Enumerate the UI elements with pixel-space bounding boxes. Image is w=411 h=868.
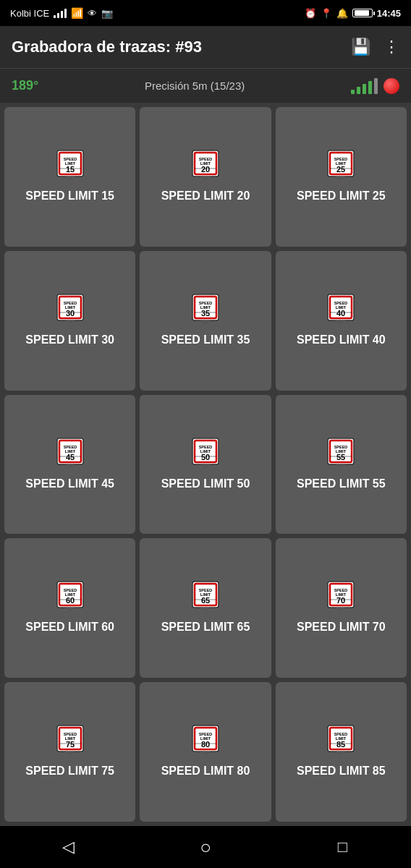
svg-text:40: 40 [336, 309, 345, 318]
precision-value: Precisión 5m (15/23) [145, 80, 245, 92]
speed-card-label-45: SPEED LIMIT 45 [25, 477, 114, 492]
svg-marker-76 [200, 608, 211, 611]
speed-sign-icon-80: SPEED LIMIT 80 [191, 725, 220, 757]
svg-marker-90 [65, 752, 75, 755]
svg-marker-41 [336, 320, 346, 324]
record-indicator [384, 78, 399, 94]
speed-limit-card-20[interactable]: SPEED LIMIT 20 SPEED LIMIT 20 [140, 107, 271, 247]
signal-bar-1 [54, 15, 56, 18]
speed-limit-card-85[interactable]: SPEED LIMIT 85 SPEED LIMIT 85 [276, 682, 407, 822]
speed-card-label-25: SPEED LIMIT 25 [297, 189, 386, 204]
header-icons: 💾 ⋮ [351, 38, 399, 56]
speed-card-label-70: SPEED LIMIT 70 [297, 620, 386, 635]
speed-card-label-55: SPEED LIMIT 55 [297, 477, 386, 492]
gps-bar-3 [363, 84, 366, 94]
screenshot-icon: 📷 [101, 8, 113, 19]
gps-signal-area [351, 78, 399, 94]
speed-sign-icon-40: SPEED LIMIT 40 [326, 294, 355, 326]
save-button[interactable]: 💾 [351, 38, 370, 56]
svg-text:65: 65 [201, 596, 210, 605]
svg-marker-69 [65, 608, 75, 611]
svg-text:80: 80 [201, 740, 210, 749]
svg-text:70: 70 [336, 596, 345, 605]
gps-bar-1 [351, 90, 355, 94]
bell-icon: 🔔 [336, 8, 348, 19]
back-button[interactable]: ◁ [47, 833, 90, 861]
signal-bar-3 [61, 11, 63, 18]
speed-sign-icon-30: SPEED LIMIT 30 [56, 294, 85, 326]
signal-bars [54, 8, 67, 18]
speed-sign-icon-75: SPEED LIMIT 75 [56, 725, 85, 757]
speed-sign-icon-25: SPEED LIMIT 25 [326, 150, 355, 182]
status-left: Kolbi ICE 📶 👁 📷 [10, 7, 113, 19]
bottom-nav: ◁ ○ □ [0, 826, 411, 868]
speed-card-label-60: SPEED LIMIT 60 [25, 620, 114, 635]
gps-bar-4 [368, 81, 372, 94]
speed-card-label-50: SPEED LIMIT 50 [161, 477, 250, 492]
speed-limit-card-15[interactable]: SPEED LIMIT 15 SPEED LIMIT 15 [4, 107, 135, 247]
battery-indicator [352, 9, 373, 17]
speed-sign-icon-85: SPEED LIMIT 85 [326, 725, 355, 757]
svg-text:25: 25 [336, 165, 345, 174]
svg-text:75: 75 [66, 740, 75, 749]
speed-sign-icon-45: SPEED LIMIT 45 [56, 438, 85, 469]
svg-marker-27 [65, 320, 75, 324]
speed-sign-icon-70: SPEED LIMIT 70 [326, 581, 355, 613]
svg-marker-13 [200, 176, 211, 180]
speed-card-label-40: SPEED LIMIT 40 [297, 333, 386, 348]
svg-marker-55 [200, 464, 211, 468]
speed-sign-icon-35: SPEED LIMIT 35 [191, 294, 220, 326]
speed-limit-card-60[interactable]: SPEED LIMIT 60 SPEED LIMIT 60 [4, 538, 135, 678]
speed-card-label-20: SPEED LIMIT 20 [161, 189, 250, 204]
gps-bars [351, 78, 378, 94]
speed-sign-icon-65: SPEED LIMIT 65 [191, 581, 220, 613]
gps-bar-5 [374, 78, 378, 94]
app-title: Grabadora de trazas: #93 [12, 38, 202, 56]
speed-card-label-75: SPEED LIMIT 75 [25, 764, 114, 779]
speed-limit-card-70[interactable]: SPEED LIMIT 70 SPEED LIMIT 70 [276, 538, 407, 678]
speed-card-label-30: SPEED LIMIT 30 [25, 333, 114, 348]
speed-sign-icon-20: SPEED LIMIT 20 [191, 150, 220, 182]
speed-limit-card-35[interactable]: SPEED LIMIT 35 SPEED LIMIT 35 [140, 251, 271, 391]
speed-sign-icon-60: SPEED LIMIT 60 [56, 581, 85, 613]
menu-button[interactable]: ⋮ [384, 38, 399, 56]
status-right: ⏰ 📍 🔔 14:45 [305, 8, 401, 19]
speed-limit-card-75[interactable]: SPEED LIMIT 75 SPEED LIMIT 75 [4, 682, 135, 822]
info-bar: 189° Precisión 5m (15/23) [0, 68, 411, 103]
speed-limit-card-50[interactable]: SPEED LIMIT 50 SPEED LIMIT 50 [140, 395, 271, 535]
alarm-icon: ⏰ [305, 8, 316, 19]
speed-card-label-15: SPEED LIMIT 15 [25, 189, 114, 204]
svg-marker-97 [200, 752, 211, 755]
carrier-label: Kolbi ICE [10, 8, 49, 19]
speed-limit-card-40[interactable]: SPEED LIMIT 40 SPEED LIMIT 40 [276, 251, 407, 391]
speed-sign-icon-55: SPEED LIMIT 55 [326, 438, 355, 469]
svg-text:15: 15 [66, 165, 75, 174]
svg-text:85: 85 [336, 740, 345, 749]
signal-bar-2 [57, 13, 59, 18]
speed-limit-card-30[interactable]: SPEED LIMIT 30 SPEED LIMIT 30 [4, 251, 135, 391]
speed-limit-card-65[interactable]: SPEED LIMIT 65 SPEED LIMIT 65 [140, 538, 271, 678]
svg-marker-48 [65, 464, 75, 468]
speed-card-label-80: SPEED LIMIT 80 [161, 764, 250, 779]
eye-icon: 👁 [88, 8, 97, 19]
wifi-icon: 📶 [71, 7, 83, 19]
recent-button[interactable]: □ [321, 833, 364, 861]
home-button[interactable]: ○ [184, 833, 227, 861]
location-icon: 📍 [321, 8, 332, 19]
speed-limit-card-80[interactable]: SPEED LIMIT 80 SPEED LIMIT 80 [140, 682, 271, 822]
status-bar: Kolbi ICE 📶 👁 📷 ⏰ 📍 🔔 14:45 [0, 0, 411, 26]
speed-limit-card-25[interactable]: SPEED LIMIT 25 SPEED LIMIT 25 [276, 107, 407, 247]
svg-text:35: 35 [201, 309, 210, 318]
app-header: Grabadora de trazas: #93 💾 ⋮ [0, 26, 411, 68]
speed-card-label-85: SPEED LIMIT 85 [297, 764, 386, 779]
svg-marker-34 [200, 320, 211, 324]
svg-marker-20 [336, 176, 346, 180]
speed-card-label-35: SPEED LIMIT 35 [161, 333, 250, 348]
speed-limit-card-45[interactable]: SPEED LIMIT 45 SPEED LIMIT 45 [4, 395, 135, 535]
svg-text:60: 60 [66, 596, 75, 605]
svg-marker-83 [336, 608, 346, 611]
time-label: 14:45 [377, 8, 401, 19]
svg-marker-104 [336, 752, 346, 755]
svg-text:50: 50 [201, 453, 210, 461]
speed-limit-card-55[interactable]: SPEED LIMIT 55 SPEED LIMIT 55 [276, 395, 407, 535]
